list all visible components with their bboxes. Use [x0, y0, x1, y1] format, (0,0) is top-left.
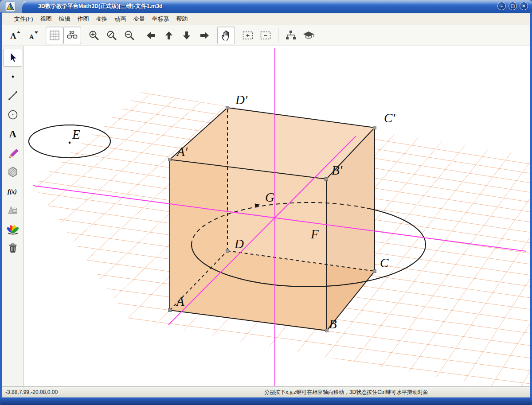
tool-segment-button[interactable] [4, 87, 22, 105]
menu-item-4[interactable]: 作图 [74, 14, 93, 24]
label-D: D [234, 237, 244, 251]
svg-text:A: A [29, 34, 34, 40]
tool-select-cursor-button[interactable] [4, 49, 22, 66]
close-button[interactable]: ✕ [520, 2, 528, 10]
select-remove-button[interactable] [257, 27, 274, 44]
window-frame-bottom [0, 397, 532, 405]
menu-item-7[interactable]: 变量 [130, 14, 149, 24]
colors-icon [7, 223, 19, 235]
svg-text:3D: 3D [69, 30, 74, 35]
toolbar-separator [278, 28, 278, 43]
vertex-handle-b[interactable] [325, 329, 329, 332]
menu-item-2[interactable]: 视图 [37, 14, 55, 24]
tool-delete-button[interactable] [4, 239, 22, 257]
delete-icon [7, 242, 19, 254]
tool-polygon-button[interactable] [4, 163, 22, 181]
pan-up-button[interactable] [160, 27, 178, 44]
status-bar: -3.88,7.99,-20.08,0.00 分别按下x,y,z键可在相应轴向移… [2, 386, 530, 397]
tool-text-button[interactable]: A [4, 125, 22, 143]
pan-right-button[interactable] [196, 27, 213, 44]
label-B: B [329, 317, 337, 331]
window-controls: –□✕ [497, 2, 528, 10]
stereo-3d-button[interactable]: 3D [63, 27, 81, 44]
label-F: F [310, 227, 319, 241]
label-B: B′ [332, 163, 343, 177]
polygon-icon [7, 166, 19, 178]
vertex-handle-a1[interactable] [168, 158, 172, 161]
grid-toggle-button[interactable] [46, 27, 63, 44]
zoom-out-button[interactable] [121, 27, 138, 44]
drawing-canvas[interactable]: ABCDA′B′C′D′EFG [24, 46, 530, 386]
window-title: 3D数学教学平台Math3D(正式版)[三维]-文件1.m3d [38, 3, 163, 10]
hand-drag-icon [220, 29, 232, 42]
solids-icon [7, 204, 19, 216]
pan-left-button[interactable] [142, 27, 160, 44]
vertex-handle-c1[interactable] [373, 126, 376, 129]
font-decrease-icon: A [27, 29, 39, 42]
menu-item-3[interactable]: 编辑 [55, 14, 74, 24]
pan-left-icon [145, 29, 157, 42]
tool-solids-button[interactable] [4, 201, 22, 219]
menu-item-6[interactable]: 动画 [111, 14, 130, 24]
pan-right-icon [198, 29, 211, 42]
grid-toggle-icon [48, 29, 61, 42]
label-A: A′ [176, 144, 188, 159]
object-tree-button[interactable] [282, 27, 300, 44]
label-G: G [265, 190, 274, 204]
zoom-in-icon [88, 29, 100, 42]
point-e[interactable] [69, 142, 71, 144]
stereo-3d-icon: 3D [66, 29, 78, 42]
tutorial-icon [302, 29, 315, 42]
menu-item-8[interactable]: 坐标系 [149, 14, 173, 24]
scene-svg[interactable]: ABCDA′B′C′D′EFG [24, 46, 530, 386]
segment-icon [7, 90, 19, 102]
select-add-icon [242, 29, 254, 42]
menu-item-9[interactable]: 帮助 [173, 14, 192, 24]
vertex-handle-d[interactable] [226, 249, 229, 253]
tool-pencil-button[interactable] [4, 144, 22, 162]
label-D: D′ [235, 93, 248, 107]
tool-point-button[interactable] [4, 68, 22, 86]
label-C: C [380, 256, 389, 270]
svg-text:A: A [10, 31, 16, 41]
circle-icon [7, 109, 19, 121]
vertex-handle-a[interactable] [168, 309, 172, 312]
pan-up-icon [163, 29, 175, 42]
status-hint: 分别按下x,y,z键可在相应轴向移动，3D状态按住Ctrl键可水平拖动对象 [162, 389, 530, 396]
pencil-icon [7, 147, 19, 159]
tools-sidebar: Af(x) [2, 46, 24, 386]
cube-face-inner [227, 108, 375, 271]
zoom-reset-icon [106, 29, 118, 42]
cube-solid[interactable] [168, 106, 376, 332]
vertex-handle-b1[interactable] [325, 178, 328, 181]
font-decrease-button[interactable]: A [24, 27, 42, 44]
text-icon: A [7, 128, 19, 140]
zoom-reset-button[interactable] [103, 27, 121, 44]
tutorial-button[interactable] [300, 27, 317, 44]
app-window: 3D数学教学平台Math3D(正式版)[三维]-文件1.m3d –□✕ 文件(F… [0, 0, 532, 405]
pan-down-button[interactable] [178, 27, 196, 44]
font-increase-button[interactable]: A [6, 27, 24, 44]
zoom-out-icon [123, 29, 136, 42]
maximize-button[interactable]: □ [509, 2, 517, 10]
pan-down-icon [180, 29, 193, 42]
status-coordinates: -3.88,7.99,-20.08,0.00 [2, 387, 162, 397]
circle-e[interactable] [29, 125, 110, 158]
tool-function-button[interactable]: f(x) [4, 182, 22, 200]
select-add-button[interactable] [239, 27, 257, 44]
menu-item-5[interactable]: 变换 [93, 14, 111, 24]
window-frame-left [0, 12, 2, 405]
tool-circle-button[interactable] [4, 106, 22, 124]
window-frame-right [530, 12, 532, 405]
vertex-handle-c[interactable] [373, 270, 376, 273]
label-A: A [176, 294, 184, 308]
toolbar: AA3D [2, 25, 530, 46]
vertex-handle-d1[interactable] [226, 106, 229, 109]
tool-colors-button[interactable] [4, 220, 22, 238]
title-bar: 3D数学教学平台Math3D(正式版)[三维]-文件1.m3d –□✕ [0, 0, 532, 13]
hand-drag-button[interactable] [217, 27, 235, 44]
minimize-button[interactable]: – [497, 2, 506, 10]
zoom-in-button[interactable] [85, 27, 103, 44]
menu-item-1[interactable]: 文件(F) [11, 14, 37, 24]
point-icon [7, 70, 19, 83]
